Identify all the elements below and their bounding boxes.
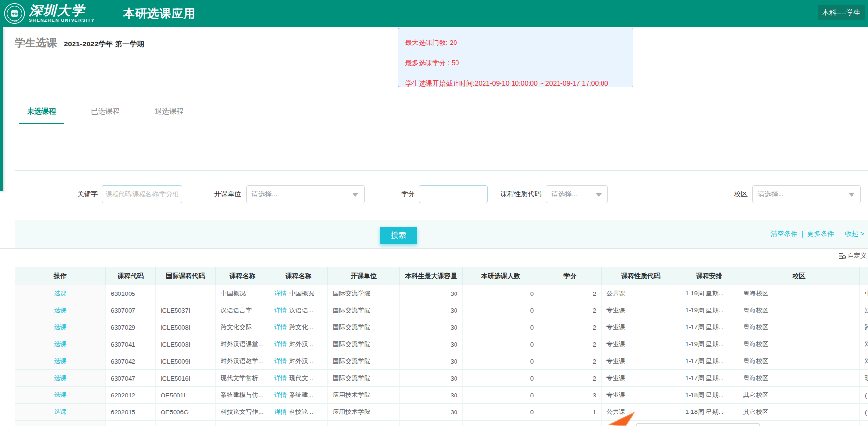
enroll-link[interactable]: 选课	[54, 391, 67, 399]
detail-link[interactable]: 详情	[274, 323, 287, 332]
cell-capacity: 30	[400, 285, 463, 302]
cell-nature: 专业课	[602, 353, 680, 370]
detail-link[interactable]: 详情	[274, 357, 287, 366]
cell-name_short: 详情现代医...	[269, 421, 328, 426]
col-header-campus: 校区	[738, 267, 860, 285]
cell-intl_code: ICLE5008I	[156, 319, 216, 336]
cell-campus: 粤海校区	[738, 302, 860, 319]
detail-link[interactable]: 详情	[274, 306, 287, 315]
col-header-action: 操作	[15, 267, 106, 285]
panel-divider	[0, 248, 868, 249]
cell-capacity: 30	[400, 370, 463, 387]
cell-schedule: 1-18周 星期...	[680, 387, 738, 404]
cell-schedule: 1-17周 星期...	[680, 370, 738, 387]
course-name-short: 现代文...	[289, 374, 313, 382]
nature-select-value: 请选择...	[551, 190, 577, 199]
cell-unit: 应用技术学院	[328, 387, 400, 404]
col-header-intl_code: 国际课程代码	[156, 267, 216, 285]
enroll-link[interactable]: 选课	[54, 374, 67, 382]
course-name-short: 跨文化...	[289, 323, 313, 332]
cell-credit: 1	[539, 404, 602, 421]
cell-intl_code: OE5001I	[156, 387, 216, 404]
cell-selected_count: 0	[463, 421, 539, 426]
enroll-link[interactable]: 选课	[54, 323, 67, 332]
table-row: 选课6307047ICLE5016I现代文学赏析详情现代文...国际交流学院30…	[15, 370, 868, 387]
cell-selected_count: 0	[463, 404, 539, 421]
cell-selected_count: 0	[463, 353, 539, 370]
detail-link[interactable]: 详情	[274, 340, 287, 349]
cell-extra: 中	[860, 285, 868, 302]
cell-extra: 跨	[860, 319, 868, 336]
table-row: 选课6307007ICLE5037I汉语语言学详情汉语语...国际交流学院300…	[15, 302, 868, 319]
enroll-link[interactable]: 选课	[54, 289, 67, 298]
enroll-link[interactable]: 选课	[54, 408, 67, 416]
cell-credit: 2	[539, 370, 602, 387]
clear-conditions-link[interactable]: 清空条件	[770, 230, 797, 238]
link-separator: |	[801, 230, 803, 238]
enroll-link[interactable]: 选课	[54, 357, 67, 366]
cell-credit: 2	[539, 319, 602, 336]
course-table: 操作课程代码国际课程代码课程名称课程名称开课单位本科生最大课容量本研选课人数学分…	[15, 267, 868, 426]
cell-nature: 专业课	[602, 319, 680, 336]
notice-time-window: 学生选课开始截止时间:2021-09-10 10:00:00 ~ 2021-09…	[405, 73, 626, 93]
cell-selected_count: 0	[463, 387, 539, 404]
cell-code: 6307047	[106, 370, 156, 387]
table-row: 选课6307041ICLE5003I对外汉语课堂...详情对外汉...国际交流学…	[15, 336, 868, 353]
detail-link[interactable]: 详情	[274, 391, 287, 399]
cell-selected_count: 0	[463, 302, 539, 319]
nature-select[interactable]: 请选择...	[546, 185, 608, 203]
cell-credit: 2	[539, 302, 602, 319]
course-name-short: 对外汉...	[289, 340, 313, 349]
cell-name_short: 详情对外汉...	[269, 336, 328, 353]
university-name-en: SHENZHEN UNIVERSITY	[29, 18, 95, 23]
tab-dropped-courses[interactable]: 退选课程	[147, 103, 191, 124]
cell-campus: 其它校区	[738, 404, 860, 421]
keyword-input[interactable]	[102, 185, 182, 203]
course-tabs: 未选课程 已选课程 退选课程	[19, 103, 211, 124]
tab-unselected-courses[interactable]: 未选课程	[19, 103, 64, 124]
cell-intl_code: OE5006G	[156, 404, 216, 421]
cell-credit: 3	[539, 421, 602, 426]
customize-columns-button[interactable]: 自定义	[839, 251, 867, 260]
cell-intl_code: OE5002M	[156, 421, 216, 426]
cell-schedule: 1-17周 星期...	[680, 319, 738, 336]
role-badge[interactable]: 本科----学生	[818, 5, 865, 20]
cell-name_short: 详情中国概况	[269, 285, 328, 302]
cell-extra: 现	[860, 370, 868, 387]
cell-credit: 3	[539, 387, 602, 404]
cell-capacity: 30	[400, 319, 463, 336]
col-header-credit: 学分	[539, 267, 602, 285]
detail-link[interactable]: 详情	[274, 374, 287, 382]
more-conditions-link[interactable]: 更多条件	[807, 230, 834, 238]
cell-action: 选课	[15, 421, 106, 426]
table-row: 选课6307029ICLE5008I跨文化交际详情跨文化...国际交流学院300…	[15, 319, 868, 336]
cell-name: 对外汉语教学...	[216, 353, 269, 370]
enroll-link[interactable]: 选课	[54, 340, 67, 349]
enroll-link[interactable]: 选课	[54, 306, 67, 315]
chevron-down-icon	[353, 193, 358, 197]
cell-name_short: 详情现代文...	[269, 370, 328, 387]
unit-select[interactable]: 请选择...	[246, 185, 365, 203]
credit-input[interactable]	[419, 185, 488, 203]
col-header-name: 课程名称	[216, 267, 269, 285]
cell-intl_code: ICLE5016I	[156, 370, 216, 387]
page-title: 学生选课	[15, 36, 57, 50]
notice-max-credits: 最多选课学分 : 50	[405, 53, 626, 73]
cell-extra: 对	[860, 353, 868, 370]
cell-selected_count: 0	[463, 370, 539, 387]
cell-action: 选课	[15, 336, 106, 353]
search-button[interactable]: 搜索	[380, 227, 417, 244]
cell-schedule: 1-17周 星期...	[680, 353, 738, 370]
cell-name_short: 详情对外汉...	[269, 353, 328, 370]
detail-link[interactable]: 详情	[274, 408, 287, 416]
cell-intl_code: ICLE5009I	[156, 353, 216, 370]
notice-max-courses: 最大选课门数: 20	[405, 32, 626, 53]
detail-link[interactable]: 详情	[274, 289, 287, 298]
university-logo: 大学 1983 深圳大学 SHENZHEN UNIVERSITY	[4, 3, 95, 24]
sidebar-strip	[0, 27, 3, 191]
cell-name: 中国概况	[216, 285, 269, 302]
campus-select[interactable]: 请选择...	[752, 185, 861, 203]
collapse-link[interactable]: 收起 >	[845, 230, 864, 238]
tab-selected-courses[interactable]: 已选课程	[83, 103, 128, 124]
search-actions-row: 搜索 清空条件 | 更多条件 收起 >	[15, 220, 868, 248]
